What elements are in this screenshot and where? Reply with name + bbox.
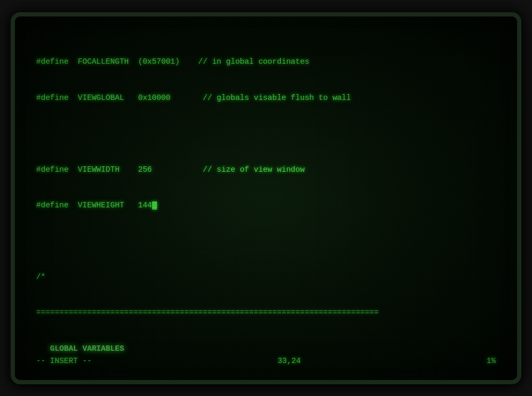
monitor: #define FOCALLENGTH (0x57001) // in glob…: [11, 12, 521, 384]
code-text: #define VIEWWIDTH 256 // size of view wi…: [36, 165, 305, 174]
terminal-content: #define FOCALLENGTH (0x57001) // in glob…: [36, 32, 496, 364]
code-line-3: [36, 128, 496, 139]
status-bar: -- INSERT -- 33,24 1%: [36, 357, 496, 365]
section-label: GLOBAL VARIABLES: [36, 344, 124, 353]
code-line-6: [36, 235, 496, 247]
code-line-8: ========================================…: [36, 307, 496, 318]
code-line-10: ========================================…: [36, 378, 496, 384]
text-cursor: [152, 201, 157, 209]
code-line-1: #define FOCALLENGTH (0x57001) // in glob…: [36, 56, 496, 68]
code-line-4: #define VIEWWIDTH 256 // size of view wi…: [36, 164, 496, 175]
code-line-5: #define VIEWHEIGHT 144: [36, 199, 496, 211]
cursor-position: 33,24: [278, 357, 301, 365]
code-line-7: /*: [36, 271, 496, 283]
scroll-percent: 1%: [487, 357, 496, 365]
code-text: #define VIEWGLOBAL 0x10000 // globals vi…: [36, 94, 351, 102]
code-text: #define VIEWHEIGHT 144: [36, 201, 152, 209]
code-text: /*: [36, 273, 45, 281]
dashed-separator: ========================================…: [36, 308, 379, 317]
code-line-2: #define VIEWGLOBAL 0x10000 // globals vi…: [36, 92, 496, 104]
code-text: #define FOCALLENGTH (0x57001) // in glob…: [36, 57, 309, 66]
code-line-9: GLOBAL VARIABLES: [36, 343, 496, 355]
vim-mode: -- INSERT --: [36, 357, 92, 365]
dashed-separator-2: ========================================…: [36, 380, 379, 384]
